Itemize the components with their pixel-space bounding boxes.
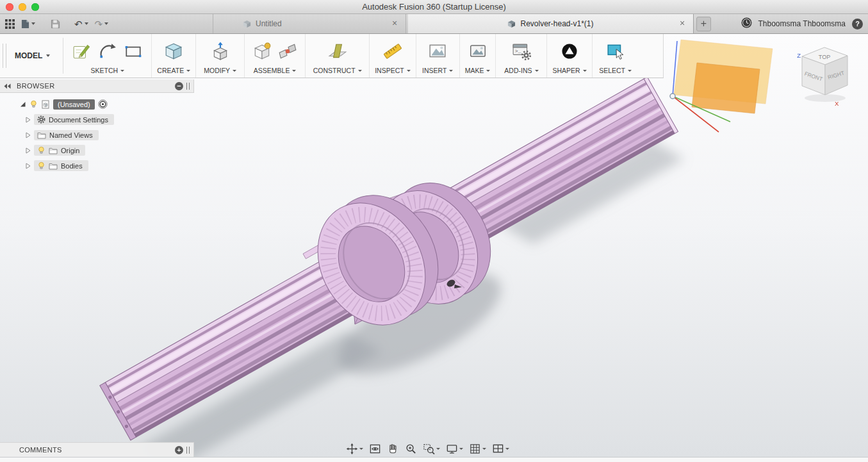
- origin-point[interactable]: [670, 94, 675, 99]
- origin-planes-widget[interactable]: [670, 40, 773, 132]
- ribbon-menu-construct[interactable]: CONSTRUCT: [313, 67, 362, 76]
- minimize-window-button[interactable]: [19, 3, 26, 11]
- zoom-window-button[interactable]: [423, 443, 440, 455]
- tree-item-label: Origin: [61, 147, 79, 154]
- comments-panel[interactable]: COMMENTS +: [0, 442, 194, 457]
- chevron-down-icon: [535, 70, 539, 72]
- chevron-right-icon[interactable]: [26, 163, 31, 169]
- browser-item-document-settings[interactable]: Document Settings: [0, 112, 194, 127]
- arc-tool-button[interactable]: [95, 38, 120, 64]
- rectangle-tool-button[interactable]: [121, 38, 145, 64]
- chevron-down-icon: [46, 54, 50, 57]
- group-label: CREATE: [157, 67, 184, 74]
- fullscreen-window-button[interactable]: [31, 3, 39, 11]
- chevron-down-icon: [359, 448, 363, 450]
- toolbar-grip-icon[interactable]: [3, 44, 6, 68]
- browser-item-bodies[interactable]: Bodies: [0, 158, 194, 173]
- lightbulb-icon[interactable]: [37, 146, 45, 154]
- file-menu-button[interactable]: [21, 19, 35, 29]
- select-button[interactable]: [603, 38, 628, 64]
- rectangle-icon: [124, 42, 143, 61]
- tab-label: Untitled: [256, 19, 282, 28]
- shaper-icon: [561, 42, 578, 60]
- ribbon-menu-select[interactable]: SELECT: [599, 67, 632, 76]
- viewcube[interactable]: TOP FRONT RIGHT Z X: [797, 47, 848, 107]
- create-sketch-button[interactable]: [70, 38, 94, 64]
- panel-grip-icon[interactable]: [186, 447, 190, 454]
- ribbon-menu-create[interactable]: CREATE: [157, 67, 190, 76]
- titlebar: Autodesk Fusion 360 (Startup License): [0, 0, 868, 14]
- browser-item-origin[interactable]: Origin: [0, 143, 194, 158]
- chevron-right-icon[interactable]: [26, 147, 31, 154]
- root-document-label[interactable]: (Unsaved): [53, 99, 95, 110]
- activate-radio-icon[interactable]: [98, 99, 108, 109]
- pan-arrows-icon: [346, 443, 358, 455]
- insert-canvas-button[interactable]: [425, 38, 450, 64]
- viewports-icon: [492, 443, 504, 455]
- press-pull-icon: [211, 42, 230, 61]
- display-settings-button[interactable]: [446, 443, 463, 455]
- close-window-button[interactable]: [6, 3, 13, 11]
- look-at-button[interactable]: [369, 443, 381, 455]
- app-launcher-button[interactable]: [5, 19, 15, 29]
- chevron-right-icon[interactable]: [26, 117, 31, 123]
- ribbon-menu-assemble[interactable]: ASSEMBLE: [254, 67, 297, 76]
- viewcube-top-label[interactable]: TOP: [819, 54, 830, 60]
- ribbon-menu-modify[interactable]: MODIFY: [204, 67, 236, 76]
- lightbulb-icon[interactable]: [37, 161, 45, 170]
- create-sketch-icon: [72, 42, 92, 61]
- close-tab-icon[interactable]: ×: [389, 19, 400, 29]
- new-tab-button[interactable]: +: [696, 17, 711, 31]
- ribbon-menu-insert[interactable]: INSERT: [422, 67, 453, 76]
- ribbon-menu-inspect[interactable]: INSPECT: [375, 67, 411, 76]
- pan-button[interactable]: [387, 443, 399, 455]
- ribbon-menu-sketch[interactable]: SKETCH: [91, 67, 125, 76]
- joint-icon: [278, 42, 297, 61]
- add-comment-icon[interactable]: +: [175, 446, 183, 454]
- chevron-down-icon: [628, 70, 632, 72]
- minimize-panel-icon[interactable]: −: [175, 82, 183, 90]
- panel-grip-icon[interactable]: [186, 83, 190, 90]
- chevron-down-icon: [292, 70, 296, 72]
- tab-revolver-head[interactable]: Revolver-head-v1*(1) ×: [408, 14, 694, 33]
- lightbulb-icon[interactable]: [29, 100, 38, 108]
- new-component-button[interactable]: [250, 38, 274, 64]
- help-icon[interactable]: ?: [852, 19, 863, 29]
- ribbon-menu-addins[interactable]: ADD-INS: [504, 67, 538, 76]
- pan-orbit-button[interactable]: [346, 443, 363, 455]
- folder-icon: [37, 131, 46, 139]
- new-component-icon: [252, 42, 272, 61]
- press-pull-button[interactable]: [208, 38, 233, 64]
- construction-plane-button[interactable]: [325, 38, 350, 64]
- measure-button[interactable]: [381, 38, 405, 64]
- undo-button[interactable]: ↶: [74, 19, 88, 29]
- collapse-panel-icon[interactable]: [4, 83, 11, 89]
- save-button[interactable]: [51, 19, 60, 29]
- shaper-button[interactable]: [557, 38, 582, 64]
- ribbon-menu-shaper[interactable]: SHAPER: [552, 67, 586, 76]
- expand-triangle-icon[interactable]: [19, 101, 26, 108]
- version-history-button[interactable]: [741, 17, 752, 30]
- zoom-button[interactable]: [405, 443, 417, 455]
- workspace-selector[interactable]: MODEL: [8, 34, 63, 78]
- close-tab-icon[interactable]: ×: [677, 19, 687, 29]
- ribbon-group-inspect: INSPECT: [370, 34, 416, 78]
- browser-root-row[interactable]: (Unsaved): [0, 97, 194, 111]
- chevron-right-icon[interactable]: [26, 132, 31, 138]
- joint-button[interactable]: [275, 38, 300, 64]
- browser-header[interactable]: BROWSER −: [0, 79, 194, 93]
- user-account-button[interactable]: Thboomsma Thboomsma: [758, 19, 846, 28]
- grid-snap-button[interactable]: [469, 443, 486, 455]
- redo-button[interactable]: ↷: [95, 19, 109, 29]
- group-label: ADD-INS: [504, 67, 532, 74]
- ribbon-menu-make[interactable]: MAKE: [465, 67, 491, 76]
- folder-icon: [49, 162, 58, 170]
- viewports-button[interactable]: [492, 443, 509, 455]
- create-box-button[interactable]: [161, 38, 186, 64]
- browser-item-named-views[interactable]: Named Views: [0, 128, 194, 142]
- new-document-icon: [21, 19, 29, 29]
- group-label: SKETCH: [91, 67, 119, 74]
- tab-untitled[interactable]: Untitled ×: [213, 14, 406, 33]
- scripts-addins-button[interactable]: >_: [509, 38, 534, 64]
- make-button[interactable]: [466, 38, 490, 64]
